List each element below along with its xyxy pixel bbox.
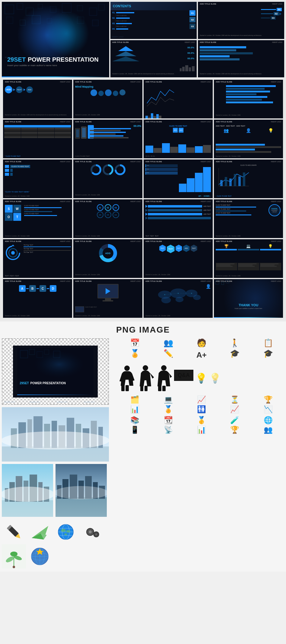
svg-rect-124 [158, 386, 161, 391]
svg-point-109 [10, 552, 17, 556]
calendar-icon: 📅 [119, 338, 151, 348]
svg-point-107 [5, 555, 15, 563]
svg-point-30 [11, 251, 15, 255]
wifi-icon: 📡 [152, 426, 184, 434]
presentation-icon: 📋 [252, 338, 284, 348]
svg-rect-27 [243, 172, 245, 186]
gears-obj [80, 520, 104, 543]
title-slide-big: asadal.com asadal.com asadal.com asadal.… [2, 2, 109, 77]
slides-section: asadal.com asadal.com asadal.com asadal.… [0, 0, 286, 321]
main-container: asadal.com asadal.com asadal.com asadal.… [0, 0, 286, 572]
chart-mixed-icon: 📉 [252, 405, 284, 414]
svg-rect-118 [121, 385, 125, 391]
plant-row [2, 544, 116, 568]
laptop-icon: 💻 [152, 395, 184, 404]
icons-grid-slide: ADD TITLE SLIDE INSERT LOGO ADD TEXT ADD… [214, 120, 283, 158]
png-left: 29SET POWER PRESENTATION asadal.com asad… [2, 338, 116, 568]
qa-box: Q&A [174, 370, 193, 381]
subtitle: Insert your subtitle or main author's na… [7, 64, 99, 67]
swot-slide: ADD TITLE SLIDE INSERT LOGO S W O T CLIC… [3, 199, 72, 238]
svg-rect-10 [20, 20, 25, 25]
phone-icon: 📱 [119, 426, 151, 434]
svg-rect-19 [192, 66, 195, 71]
svg-rect-25 [234, 174, 236, 186]
globe-icon: 🌐 [252, 416, 284, 424]
svg-rect-15 [180, 68, 182, 71]
flow-slide: ADD TITLE SLIDE INSERT LOGO ADD TEXT ADD… [3, 80, 72, 118]
arrows-slide: ADD TITLE SLIDE INSERT LOGO ADD TEXT ADD… [144, 199, 213, 238]
city-image-1 [2, 407, 109, 462]
cap-icon: 🎓 [252, 349, 284, 361]
trend-up-icon: 📈 [219, 405, 251, 414]
svg-point-120 [143, 365, 148, 371]
chart3-icon: 📊 [186, 426, 218, 434]
lock-slide: ADD TITLE SLIDE INSERT LOGO → CLICK TO A… [3, 159, 72, 198]
numbered-slide: ADD TITLE SLIDE INSERT LOGO 01 02 [198, 2, 284, 39]
svg-rect-17 [185, 65, 188, 71]
bottom-icon-grid: 📚 📆 🥇 🧪 🌐 📱 📡 📊 🏆 👥 [119, 416, 284, 434]
svg-rect-79 [56, 497, 107, 517]
png-title: PNG IMAGE [2, 325, 284, 335]
graduation-icon: 🎓 [219, 349, 251, 361]
person-silhouette-1 [119, 365, 135, 392]
person-gender-icon: 🚻 [186, 405, 218, 414]
table-slide: ADD TITLE SLIDE INSERT LOGO * CLICK TO A… [3, 120, 72, 158]
svg-rect-121 [140, 386, 143, 391]
book-icon: 📚 [119, 416, 151, 424]
svg-rect-7 [89, 8, 97, 15]
monitor-slide: ADD TITLE SLIDE INSERT LOGO CLICK TO ADD… [73, 279, 142, 318]
svg-rect-11 [32, 15, 40, 24]
presentation-title: POWER PRESENTATION [28, 56, 99, 63]
trophy-icon: 🏆 [252, 395, 284, 404]
globe-obj [54, 520, 78, 543]
svg-point-110 [13, 566, 15, 568]
svg-rect-22 [220, 180, 223, 186]
silhouette-row: Q&A 💡 💡 [119, 363, 284, 393]
svg-rect-18 [189, 67, 191, 71]
svg-rect-23 [225, 177, 227, 186]
certificate-icon: 🏅 [152, 405, 184, 414]
svg-point-101 [64, 533, 67, 535]
chart-up-icon: 📈 [186, 395, 218, 404]
svg-point-100 [66, 530, 70, 533]
podium-icon: 🥇 [186, 416, 218, 424]
svg-point-47 [29, 348, 90, 381]
internet-slide: ADD TITLE SLIDE INSERT LOGO ASADAL INTER… [214, 199, 283, 238]
svg-rect-122 [145, 386, 148, 391]
circle-chart-slide: ADD TITLE SLIDE INSERT LOGO ADD Started … [73, 239, 142, 278]
objects-row [2, 520, 116, 543]
set-number: 29SET [7, 56, 26, 63]
svg-rect-12 [47, 18, 52, 23]
grade-a-icon: A+ [186, 349, 218, 361]
hbars2-slide: ADD TITLE SLIDE INSERT LOGO Started in L… [214, 80, 283, 118]
person-silhouette-2 [137, 365, 154, 392]
wheels-slide: ADD TITLE SLIDE INSERT LOGO 01 02 03 06 … [73, 199, 142, 238]
row1: asadal.com asadal.com asadal.com asadal.… [2, 2, 284, 77]
lightbulb-outline-icon: 💡 [209, 372, 221, 384]
svg-point-105 [95, 533, 97, 535]
svg-rect-26 [238, 176, 241, 186]
paper-plane-obj [28, 520, 52, 543]
svg-point-123 [161, 365, 167, 371]
top-icon-grid: 📅 👥 🧑 🚶 📋 🏅 ✏️ A+ 🎓 🎓 [119, 338, 284, 361]
slides-grid: ADD TITLE SLIDE INSERT LOGO ADD TEXT ADD… [2, 79, 284, 319]
svg-rect-0 [5, 5, 14, 14]
medal-icon: 🏅 [119, 349, 151, 361]
svg-rect-5 [62, 3, 71, 12]
svg-point-36 [176, 297, 184, 302]
svg-rect-69 [2, 500, 53, 517]
graph-slide: ADD TITLE SLIDE INSERT LOGO CLICK TO ADD… [214, 159, 283, 198]
chart-bar-icon: 📊 [119, 405, 151, 414]
hourglass-icon: ⏳ [219, 395, 251, 404]
abcd-slide: ADD TITLE SLIDE INSERT LOGO A B C D Star… [3, 279, 72, 318]
svg-point-99 [61, 529, 66, 532]
svg-rect-14 [92, 20, 98, 26]
chart-slide: ADD TITLE SLIDE INSERT LOGO [144, 80, 213, 118]
svg-rect-8 [98, 4, 104, 10]
svg-rect-48 [20, 350, 28, 358]
pencil-obj [2, 520, 26, 543]
svg-rect-125 [162, 386, 166, 391]
png-right: 📅 👥 🧑 🚶 📋 🏅 ✏️ A+ 🎓 🎓 [119, 338, 284, 568]
svg-rect-1 [17, 3, 23, 9]
svg-rect-24 [229, 179, 232, 186]
